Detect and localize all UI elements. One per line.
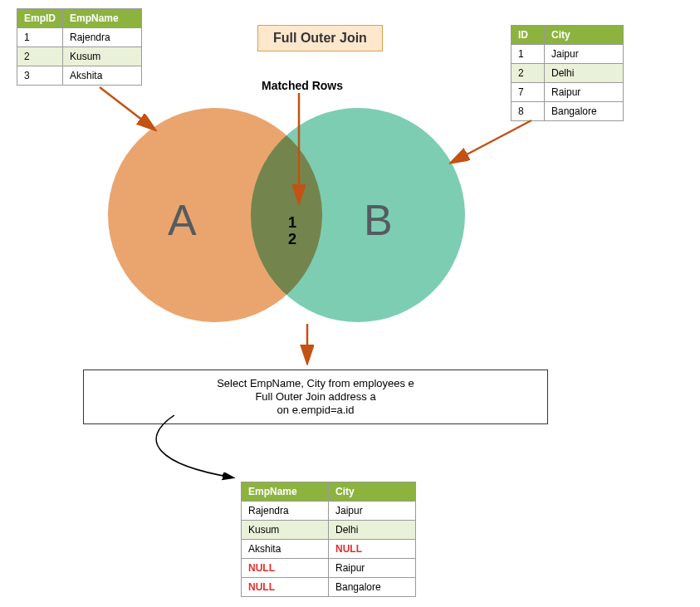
result-table: EmpName City Rajendra Jaipur Kusum Delhi… bbox=[241, 482, 416, 597]
query-line: Select EmpName, City from employees e bbox=[91, 377, 541, 390]
arrow-matched-to-intersection bbox=[282, 93, 316, 213]
venn-intersection-values: 1 2 bbox=[288, 214, 296, 247]
emp-header-id: EmpID bbox=[17, 9, 63, 28]
emp-header-name: EmpName bbox=[63, 9, 142, 28]
query-line: Full Outer Join address a bbox=[91, 390, 541, 404]
table-row: 2 Kusum bbox=[17, 47, 142, 66]
table-row: 1 Rajendra bbox=[17, 28, 142, 47]
addr-header-id: ID bbox=[512, 26, 545, 45]
table-row: NULL Raipur bbox=[242, 559, 416, 578]
svg-line-1 bbox=[453, 120, 531, 162]
result-header-name: EmpName bbox=[242, 482, 329, 502]
result-header-city: City bbox=[329, 482, 416, 502]
table-row: 2 Delhi bbox=[512, 64, 624, 83]
diagram-root: Full Outer Join EmpID EmpName 1 Rajendra… bbox=[0, 0, 700, 607]
venn-label-a: A bbox=[168, 195, 197, 245]
arrow-employees-to-venn bbox=[91, 83, 166, 141]
arrow-address-to-venn bbox=[440, 116, 540, 174]
venn-label-b: B bbox=[364, 195, 393, 245]
table-row: Akshita NULL bbox=[242, 540, 416, 559]
address-table: ID City 1 Jaipur 2 Delhi 7 Raipur 8 Bang… bbox=[511, 25, 624, 121]
table-row: 7 Raipur bbox=[512, 83, 624, 102]
arrow-venn-to-query bbox=[295, 324, 320, 370]
addr-header-city: City bbox=[545, 26, 624, 45]
matched-rows-label: Matched Rows bbox=[262, 79, 343, 92]
table-row: Rajendra Jaipur bbox=[242, 502, 416, 521]
svg-line-0 bbox=[100, 87, 154, 129]
title-box: Full Outer Join bbox=[257, 25, 383, 51]
table-row: Kusum Delhi bbox=[242, 521, 416, 540]
table-row: NULL Bangalore bbox=[242, 578, 416, 597]
arrow-query-to-result bbox=[141, 415, 249, 486]
table-row: 1 Jaipur bbox=[512, 45, 624, 64]
employees-table: EmpID EmpName 1 Rajendra 2 Kusum 3 Akshi… bbox=[17, 8, 142, 86]
